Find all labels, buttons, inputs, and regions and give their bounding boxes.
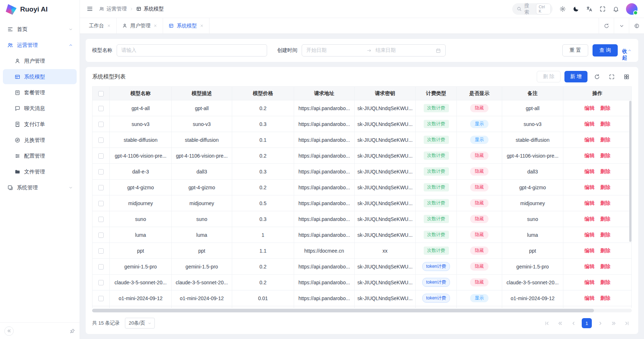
edit-link[interactable]: 编辑 xyxy=(585,216,595,222)
edit-link[interactable]: 编辑 xyxy=(585,200,595,206)
sidebar-collapse-button[interactable] xyxy=(4,326,14,336)
delete-link[interactable]: 删除 xyxy=(600,168,611,174)
row-checkbox[interactable] xyxy=(98,296,104,301)
sidebar-item-home[interactable]: 首页 xyxy=(3,22,77,37)
row-checkbox[interactable] xyxy=(98,169,104,175)
tab-1[interactable]: 用户管理 xyxy=(117,18,163,33)
last-page-button[interactable] xyxy=(622,318,632,328)
delete-link[interactable]: 删除 xyxy=(600,248,611,253)
row-checkbox[interactable] xyxy=(98,232,104,238)
row-checkbox[interactable] xyxy=(98,217,104,222)
row-checkbox[interactable] xyxy=(98,264,104,270)
edit-link[interactable]: 编辑 xyxy=(585,184,595,190)
vertical-scrollbar-thumb[interactable] xyxy=(629,101,631,242)
edit-link[interactable]: 编辑 xyxy=(585,105,595,111)
edit-link[interactable]: 编辑 xyxy=(585,168,595,174)
delete-link[interactable]: 删除 xyxy=(600,105,611,111)
sidebar-item-config-management[interactable]: 配置管理 xyxy=(3,148,77,163)
delete-link[interactable]: 删除 xyxy=(600,263,611,269)
column-header[interactable]: 计费类型 xyxy=(416,87,457,100)
close-icon[interactable] xyxy=(107,24,111,28)
tab-2[interactable]: 系统模型 xyxy=(163,18,210,33)
edit-link[interactable]: 编辑 xyxy=(585,153,595,158)
row-checkbox[interactable] xyxy=(98,248,104,254)
row-checkbox[interactable] xyxy=(98,106,104,111)
sidebar-item-chat-messages[interactable]: 聊天消息 xyxy=(3,101,77,116)
delete-link[interactable]: 删除 xyxy=(600,137,611,143)
edit-link[interactable]: 编辑 xyxy=(585,232,595,238)
column-settings-button[interactable] xyxy=(621,71,632,82)
sidebar-item-user-management[interactable]: 用户管理 xyxy=(3,53,77,68)
search-button[interactable]: 查 询 xyxy=(593,44,618,56)
sidebar-item-operations[interactable]: 运营管理 xyxy=(3,37,77,53)
back-10-pages-button[interactable] xyxy=(555,318,565,328)
column-header[interactable]: 请求密钥 xyxy=(355,87,416,100)
current-page-button[interactable]: 1 xyxy=(582,318,592,328)
sidebar-item-file-management[interactable]: 文件管理 xyxy=(3,164,77,179)
menu-icon[interactable] xyxy=(86,5,93,12)
row-checkbox[interactable] xyxy=(98,122,104,127)
edit-link[interactable]: 编辑 xyxy=(585,137,595,143)
create-time-range-picker[interactable]: 开始日期 结束日期 xyxy=(302,44,446,56)
content-fullscreen-button[interactable] xyxy=(629,18,644,33)
delete-link[interactable]: 删除 xyxy=(600,295,611,301)
prev-page-button[interactable] xyxy=(568,318,578,328)
delete-link[interactable]: 删除 xyxy=(600,232,611,238)
add-button[interactable]: 新 增 xyxy=(564,71,587,82)
breadcrumb-item-operations[interactable]: 运营管理 xyxy=(99,6,127,12)
edit-link[interactable]: 编辑 xyxy=(585,121,595,127)
batch-delete-button[interactable]: 删 除 xyxy=(537,71,560,82)
edit-link[interactable]: 编辑 xyxy=(585,295,595,301)
horizontal-scrollbar-thumb[interactable] xyxy=(92,309,594,312)
app-logo[interactable]: Ruoyi AI xyxy=(0,0,80,19)
delete-link[interactable]: 删除 xyxy=(600,153,611,158)
tabs-refresh-button[interactable] xyxy=(599,18,614,33)
dark-mode-icon[interactable] xyxy=(573,6,579,12)
delete-link[interactable]: 删除 xyxy=(600,200,611,206)
edit-link[interactable]: 编辑 xyxy=(585,263,595,269)
row-checkbox[interactable] xyxy=(98,185,104,190)
next-page-button[interactable] xyxy=(595,318,605,328)
translate-icon[interactable] xyxy=(586,6,593,12)
column-header[interactable]: 备注 xyxy=(502,87,563,100)
tabs-menu-button[interactable] xyxy=(614,18,629,33)
column-header[interactable]: 是否显示 xyxy=(457,87,502,100)
tab-0[interactable]: 工作台 xyxy=(84,18,117,33)
search-input[interactable]: 搜索 Ctrl K xyxy=(512,3,553,15)
column-header[interactable]: 模型价格 xyxy=(232,87,294,100)
fullscreen-icon[interactable] xyxy=(599,6,606,12)
sidebar-item-system-management[interactable]: 系统管理 xyxy=(3,180,77,195)
row-checkbox[interactable] xyxy=(98,153,104,159)
edit-link[interactable]: 编辑 xyxy=(585,279,595,285)
column-header[interactable]: 模型描述 xyxy=(172,87,232,100)
delete-link[interactable]: 删除 xyxy=(600,216,611,222)
sidebar-item-redeem-management[interactable]: 兑换管理 xyxy=(3,132,77,148)
close-icon[interactable] xyxy=(200,24,204,28)
row-checkbox[interactable] xyxy=(98,201,104,206)
delete-link[interactable]: 删除 xyxy=(600,184,611,190)
column-header[interactable]: 操作 xyxy=(563,87,632,100)
edit-link[interactable]: 编辑 xyxy=(585,248,595,253)
table-fullscreen-button[interactable] xyxy=(606,71,617,82)
row-checkbox[interactable] xyxy=(98,280,104,285)
close-icon[interactable] xyxy=(153,24,157,28)
column-header[interactable]: 请求地址 xyxy=(294,87,355,100)
pin-icon[interactable] xyxy=(69,328,75,334)
model-name-input[interactable]: 请输入 xyxy=(117,44,267,56)
reset-button[interactable]: 重 置 xyxy=(562,44,588,56)
sidebar-item-system-model[interactable]: 系统模型 xyxy=(3,69,77,84)
first-page-button[interactable] xyxy=(542,318,552,328)
collapse-filter-link[interactable]: 收起 xyxy=(622,48,632,53)
user-avatar[interactable] xyxy=(626,3,638,15)
forward-10-pages-button[interactable] xyxy=(608,318,618,328)
delete-link[interactable]: 删除 xyxy=(600,121,611,127)
delete-link[interactable]: 删除 xyxy=(600,279,611,285)
sidebar-item-payment-orders[interactable]: 支付订单 xyxy=(3,117,77,132)
breadcrumb-item-system-model[interactable]: 系统模型 xyxy=(136,6,164,12)
table-refresh-button[interactable] xyxy=(591,71,602,82)
bell-icon[interactable] xyxy=(613,6,619,12)
gear-icon[interactable] xyxy=(559,6,566,12)
row-checkbox[interactable] xyxy=(98,137,104,143)
column-header[interactable]: 模型名称 xyxy=(110,87,172,100)
sidebar-item-package-management[interactable]: 套餐管理 xyxy=(3,85,77,100)
